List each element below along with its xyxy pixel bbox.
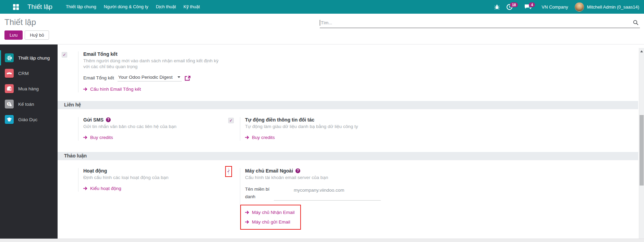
- sidebar-item-accounting[interactable]: $ Kế toán: [0, 97, 58, 112]
- section-header-contacts: Liên hệ: [58, 101, 638, 109]
- activities-badge: 18: [510, 2, 518, 8]
- setting-title: Gửi SMS: [83, 117, 104, 123]
- buy-credits-link[interactable]: Buy credits: [245, 135, 275, 140]
- buy-credits-link[interactable]: Buy credits: [83, 135, 113, 140]
- graduation-cap-icon: [5, 115, 14, 124]
- setting-partner-autocomplete: Tự động điền thông tin đối tác Tự động l…: [228, 117, 638, 141]
- discard-button[interactable]: Huỷ bỏ: [25, 30, 49, 40]
- sidebar-item-label: Kế toán: [18, 102, 34, 107]
- configure-digest-link[interactable]: Cấu hình Email Tổng kết: [83, 87, 141, 92]
- arrow-right-icon: [83, 187, 88, 190]
- sidebar-item-crm[interactable]: CRM: [0, 66, 58, 81]
- gear-icon: [5, 53, 14, 62]
- setting-title: Tự động điền thông tin đối tác: [245, 117, 314, 123]
- debug-bug-icon[interactable]: [494, 4, 500, 10]
- arrow-right-icon: [245, 220, 250, 224]
- arrow-right-icon: [245, 136, 250, 139]
- sidebar-item-purchase[interactable]: Mua hàng: [0, 81, 58, 96]
- annotation-box: Máy chủ Nhận Email Máy chủ gửi Email: [240, 205, 301, 230]
- activity-types-link[interactable]: Kiểu hoạt động: [83, 186, 121, 191]
- arrow-right-icon: [83, 136, 88, 139]
- setting-description: Tự động làm giàu dữ liệu danh bạ bằng dữ…: [245, 124, 638, 130]
- control-panel: Thiết lập Lưu Huỷ bỏ: [0, 14, 644, 44]
- company-switcher[interactable]: VN Company: [542, 4, 568, 10]
- svg-text:$: $: [8, 102, 10, 105]
- digest-field-label: Email Tổng kết: [83, 75, 118, 81]
- external-email-checkbox[interactable]: [228, 168, 229, 175]
- search-icon[interactable]: [633, 20, 639, 25]
- section-header-discuss: Thảo luận: [58, 152, 638, 160]
- sidebar-item-label: Giáo Dục: [18, 117, 37, 122]
- scroll-up-arrow-icon[interactable]: [640, 50, 643, 52]
- setting-external-email-servers: Máy chủ Email Ngoài ? Cấu hình tài khoản…: [228, 168, 638, 230]
- alias-domain-input[interactable]: mycompany.viindoo.com: [274, 187, 381, 201]
- settings-content: Email Tổng kết Thêm người dùng mới vào d…: [58, 44, 644, 239]
- sidebar-item-label: CRM: [18, 71, 29, 76]
- sidebar-item-label: Thiết lập chung: [18, 55, 50, 61]
- partner-autocomplete-checkbox[interactable]: [228, 118, 234, 123]
- sidebar-item-general-settings[interactable]: Thiết lập chung: [0, 50, 58, 65]
- top-navbar: Thiết lập Thiết lập chung Người dùng & C…: [0, 0, 644, 14]
- vertical-scrollbar[interactable]: [639, 48, 644, 239]
- menu-technical[interactable]: Kỹ thuật: [180, 0, 204, 14]
- setting-title: Máy chủ Email Ngoài: [245, 168, 293, 174]
- menu-users-companies[interactable]: Người dùng & Công ty: [100, 0, 152, 14]
- setting-description: Gửi tin nhắn văn bản cho các liên hệ của…: [83, 124, 228, 130]
- save-button[interactable]: Lưu: [4, 30, 23, 40]
- alias-domain-label: Tên miền bí danh: [245, 186, 274, 201]
- sidebar-item-education[interactable]: Giáo Dục: [0, 112, 58, 127]
- coins-icon: $: [5, 100, 14, 109]
- bottom-strip: [0, 239, 644, 242]
- setting-description: Thêm người dùng mới vào danh sách nhận e…: [83, 58, 220, 70]
- incoming-mail-servers-link[interactable]: Máy chủ Nhận Email: [245, 210, 295, 215]
- settings-sidebar: Thiết lập chung CRM Mua hàng $ Kế toán G…: [0, 44, 58, 239]
- app-menu: Thiết lập chung Người dùng & Công ty Dịc…: [62, 0, 204, 14]
- annotation-box: [225, 166, 232, 177]
- setting-title: Hoạt động: [83, 168, 107, 174]
- user-avatar[interactable]: [575, 2, 584, 12]
- topbar-systray: 18 4 VN Company Mitchell Admin (0_saas14…: [494, 2, 639, 12]
- wallet-icon: [5, 84, 14, 93]
- setting-digest-emails: Email Tổng kết Thêm người dùng mới vào d…: [62, 51, 638, 92]
- digest-select[interactable]: Your Odoo Periodic Digest: [118, 75, 182, 81]
- app-title[interactable]: Thiết lập: [27, 3, 52, 11]
- arrow-right-icon: [245, 211, 250, 214]
- form-buttons: Lưu Huỷ bỏ: [4, 30, 644, 40]
- digest-emails-checkbox[interactable]: [62, 52, 67, 58]
- setting-description: Cấu hình tài khoản email server của bạn: [245, 175, 638, 181]
- help-icon[interactable]: ?: [106, 117, 111, 122]
- setting-title: Email Tổng kết: [83, 51, 118, 57]
- scrollbar-thumb[interactable]: [640, 115, 644, 186]
- menu-general-settings[interactable]: Thiết lập chung: [62, 0, 100, 14]
- sidebar-item-label: Mua hàng: [18, 86, 39, 91]
- outgoing-mail-servers-link[interactable]: Máy chủ gửi Email: [245, 219, 295, 225]
- handshake-icon: [5, 69, 14, 78]
- settings-main: Thiết lập chung CRM Mua hàng $ Kế toán G…: [0, 44, 644, 239]
- help-icon[interactable]: ?: [295, 168, 300, 173]
- arrow-right-icon: [83, 87, 88, 91]
- setting-description: Định cấu hình các loại hoạt động của bạn: [83, 175, 228, 181]
- external-link-icon[interactable]: [185, 76, 191, 81]
- search-input[interactable]: [320, 20, 633, 25]
- user-menu[interactable]: Mitchell Admin (0_saas14): [587, 4, 639, 10]
- messages-badge: 4: [529, 2, 535, 8]
- apps-menu-icon[interactable]: [13, 4, 19, 10]
- search-box: [320, 17, 640, 28]
- setting-activities: Hoạt động Định cấu hình các loại hoạt độ…: [62, 168, 228, 230]
- setting-send-sms: Gửi SMS ? Gửi tin nhắn văn bản cho các l…: [62, 117, 228, 141]
- menu-translation[interactable]: Dịch thuật: [152, 0, 180, 14]
- messages-button[interactable]: 4: [524, 4, 535, 10]
- activities-button[interactable]: 18: [506, 4, 518, 10]
- chevron-down-icon: [178, 76, 180, 78]
